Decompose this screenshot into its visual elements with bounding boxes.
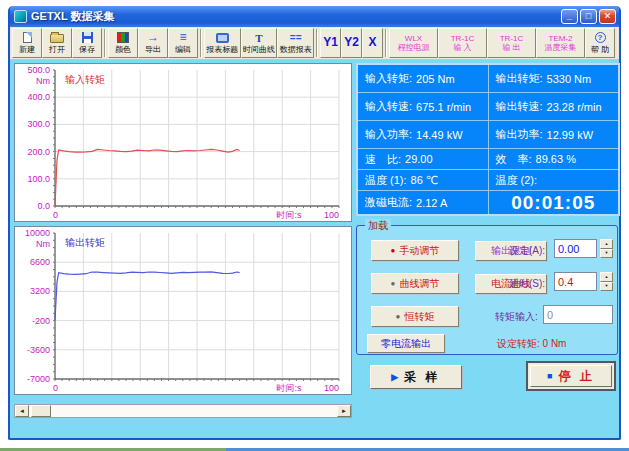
zero-current-output-button[interactable]: 零电流输出 xyxy=(367,334,445,353)
scroll-track[interactable] xyxy=(29,405,337,417)
measure-input-speed: 输入转速: 675.1 r/min xyxy=(358,93,488,120)
open-button[interactable]: 打开 xyxy=(42,28,72,58)
device-line2: 输 入 xyxy=(453,43,471,52)
measure-efficiency: 效 率: 89.63 % xyxy=(489,149,619,169)
chart-input-torque: 500.0400.0300.0200.0100.00.0Nm输入转矩0时间:s1… xyxy=(14,63,352,222)
edit-lines-icon: ≡ xyxy=(179,32,186,44)
device-line1: TEM-2 xyxy=(549,34,573,43)
svg-text:时间:s: 时间:s xyxy=(277,383,303,393)
play-icon: ▶ xyxy=(391,372,398,382)
time-curve-button[interactable]: T 时间曲线 xyxy=(241,28,278,58)
spin-up-icon[interactable]: ▲ xyxy=(600,272,613,282)
time-curve-button-label: 时间曲线 xyxy=(243,45,275,54)
measure-value: 29.00 xyxy=(405,153,433,165)
measure-label: 输出转速: xyxy=(496,99,543,114)
new-button[interactable]: 新建 xyxy=(12,28,42,58)
measure-temperature-2: 温度 (2): xyxy=(489,170,619,190)
tem2-temperature-button[interactable]: TEM-2 温度采集 xyxy=(536,28,585,58)
measure-excitation-current: 激磁电流: 2.12 A xyxy=(358,191,488,214)
delay-label: 延时(S): xyxy=(509,277,545,291)
delay-field[interactable]: 0.4 xyxy=(554,272,597,291)
stop-button[interactable]: ■ 停 止 xyxy=(530,365,612,387)
measure-label: 输出功率: xyxy=(496,127,543,142)
sample-button[interactable]: ▶ 采 样 xyxy=(370,365,462,389)
radio-dot-icon: ● xyxy=(391,280,396,288)
minimize-button[interactable]: _ xyxy=(561,9,578,24)
torque-input-value: 0 xyxy=(547,309,553,321)
radio-constant-torque[interactable]: ● 恒转矩 xyxy=(371,306,459,327)
scroll-right-button[interactable]: ► xyxy=(337,405,351,417)
scroll-thumb[interactable] xyxy=(31,405,51,417)
radio-manual-adjust[interactable]: ● 手动调节 xyxy=(371,240,459,261)
measure-value: 205 Nm xyxy=(416,73,455,85)
elapsed-time: 00:01:05 xyxy=(489,191,619,214)
measure-output-speed: 输出转速: 23.28 r/min xyxy=(489,93,619,120)
measure-value: 5330 Nm xyxy=(547,73,592,85)
measure-input-torque: 输入转矩: 205 Nm xyxy=(358,65,488,92)
device-line2: 温度采集 xyxy=(545,43,577,52)
edit-button[interactable]: ≡ 编辑 xyxy=(168,28,198,58)
set-torque-readout: 设定转矩: 0 Nm xyxy=(497,337,566,351)
save-button[interactable]: 保存 xyxy=(72,28,102,58)
spin-up-icon[interactable]: ▲ xyxy=(600,239,613,249)
svg-text:100.0: 100.0 xyxy=(27,174,50,184)
export-button[interactable]: → 导出 xyxy=(138,28,168,58)
stop-button-label: 停 止 xyxy=(559,368,595,385)
close-icon[interactable]: ✕ xyxy=(599,9,616,24)
y2-axis-button[interactable]: Y2 xyxy=(341,28,362,58)
titlebar[interactable]: GETXL 数据采集 _ □ ✕ xyxy=(10,6,619,27)
export-arrow-icon: → xyxy=(147,32,159,44)
torque-input-field[interactable]: 0 xyxy=(543,305,613,324)
set-torque-value: 0 Nm xyxy=(543,338,567,349)
stop-square-icon: ■ xyxy=(547,371,552,381)
x-axis-button[interactable]: X xyxy=(362,28,383,58)
new-button-label: 新建 xyxy=(19,45,35,54)
client-area: 500.0400.0300.0200.0100.00.0Nm输入转矩0时间:s1… xyxy=(10,60,619,440)
spin-down-icon[interactable]: ▼ xyxy=(600,282,613,292)
wlx-power-supply-button[interactable]: WLX 程控电源 xyxy=(389,28,438,58)
report-title-button[interactable]: 报表标题 xyxy=(204,28,241,58)
save-button-label: 保存 xyxy=(79,45,95,54)
measure-label: 效 率: xyxy=(496,152,532,167)
toolbar: 新建 打开 保存 颜色 → 导出 ≡ 编辑 报表标题 T 时间曲 xyxy=(10,27,619,60)
svg-text:500.0: 500.0 xyxy=(27,65,50,75)
measure-value: 14.49 kW xyxy=(416,129,462,141)
help-button[interactable]: ? 帮 助 xyxy=(585,28,615,58)
set-current-field[interactable]: 0.00 xyxy=(554,239,597,258)
device-line1: TR-1C xyxy=(500,34,524,43)
y1-axis-button[interactable]: Y1 xyxy=(320,28,341,58)
set-current-value: 0.00 xyxy=(558,243,579,255)
measure-label: 速 比: xyxy=(365,152,401,167)
tr1c-input-button[interactable]: TR-1C 输 入 xyxy=(438,28,487,58)
spin-down-icon[interactable]: ▼ xyxy=(600,249,613,259)
data-report-button[interactable]: == 数据报表 xyxy=(277,28,314,58)
radio-curve-adjust[interactable]: ● 曲线调节 xyxy=(371,273,459,294)
delay-value: 0.4 xyxy=(558,276,573,288)
set-current-spinner: ▲ ▼ xyxy=(600,239,613,258)
color-button[interactable]: 颜色 xyxy=(108,28,138,58)
device-line1: TR-1C xyxy=(451,34,475,43)
measure-label: 温度 (1): xyxy=(365,173,407,188)
measure-value: 675.1 r/min xyxy=(416,101,471,113)
delay-spinner: ▲ ▼ xyxy=(600,272,613,291)
svg-text:0.0: 0.0 xyxy=(37,201,50,211)
radio-dot-icon: ● xyxy=(396,313,401,321)
measure-label: 输入功率: xyxy=(365,127,412,142)
svg-text:10000: 10000 xyxy=(25,228,50,238)
svg-text:0: 0 xyxy=(53,383,58,393)
horizontal-scrollbar[interactable]: ◄ ► xyxy=(14,404,352,418)
chart-panel: 500.0400.0300.0200.0100.00.0Nm输入转矩0时间:s1… xyxy=(14,63,352,418)
load-group-title: 加载 xyxy=(365,219,391,233)
measure-temperature-1: 温度 (1): 86 ℃ xyxy=(358,170,488,190)
scroll-left-button[interactable]: ◄ xyxy=(15,405,29,417)
svg-text:-7000: -7000 xyxy=(27,374,50,384)
color-button-label: 颜色 xyxy=(115,45,131,54)
svg-text:100: 100 xyxy=(324,210,339,220)
app-window: GETXL 数据采集 _ □ ✕ 新建 打开 保存 颜色 → 导出 ≡ xyxy=(8,6,621,440)
svg-text:0: 0 xyxy=(53,210,58,220)
torque-input-label: 转矩输入: xyxy=(495,310,538,324)
set-torque-label: 设定转矩: xyxy=(497,338,540,349)
restore-button[interactable]: □ xyxy=(580,9,597,24)
svg-text:-200: -200 xyxy=(32,316,50,326)
tr1c-output-button[interactable]: TR-1C 输 出 xyxy=(487,28,536,58)
